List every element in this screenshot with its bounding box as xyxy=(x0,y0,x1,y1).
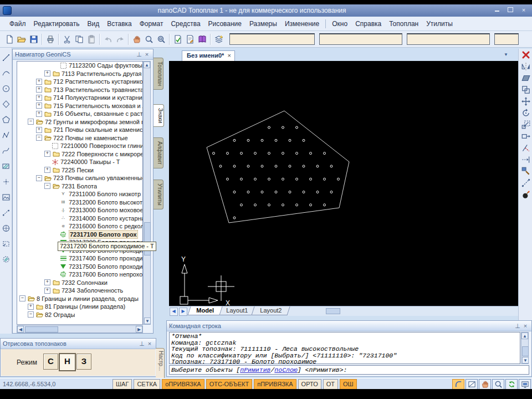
menu-10[interactable]: Окно xyxy=(328,18,351,29)
tree-expander[interactable]: + xyxy=(44,70,50,76)
new-doc-icon[interactable] xyxy=(3,33,16,45)
close-icon[interactable]: × xyxy=(521,323,529,329)
menu-8[interactable]: Размеры xyxy=(245,18,281,29)
menu-5[interactable]: Формат xyxy=(136,18,167,29)
spline-icon[interactable] xyxy=(1,145,11,156)
toggle-пПРИВЯЗКА[interactable]: пПРИВЯЗКА xyxy=(254,379,296,390)
toggle-оПРИВЯЗКА[interactable]: оПРИВЯЗКА xyxy=(162,379,204,390)
tree-item[interactable]: Υ72311000 Болото низкотр xyxy=(17,190,142,198)
copy-icon[interactable] xyxy=(73,33,85,45)
tree-item[interactable]: +716 Объекты, связанные с расти xyxy=(17,110,142,118)
tree-expander[interactable]: + xyxy=(28,304,34,310)
tree-expander[interactable]: − xyxy=(19,295,25,301)
toggle-ШАГ[interactable]: ШАГ xyxy=(112,379,132,390)
tree-vertical-scrollbar[interactable]: ▲ ▼ xyxy=(143,61,151,325)
layout-tab-layout2[interactable]: Layout2 xyxy=(251,306,290,315)
cut-icon[interactable] xyxy=(61,33,73,45)
menu-4[interactable]: Вставка xyxy=(103,18,136,29)
pan-hand-icon[interactable] xyxy=(131,33,143,45)
solid-icon[interactable] xyxy=(520,73,532,84)
tree-item[interactable]: +714 Полукустарники и кустарники xyxy=(17,94,142,102)
layout-tab-layout1[interactable]: Layout1 xyxy=(217,306,256,315)
tree-item[interactable]: +712 Растительность кустарников xyxy=(17,78,142,86)
paste-icon[interactable] xyxy=(85,33,98,45)
close-icon[interactable]: × xyxy=(146,340,154,347)
close-button[interactable]: × xyxy=(519,7,529,14)
point-icon[interactable] xyxy=(1,176,11,187)
image-icon[interactable] xyxy=(1,191,11,203)
tree-item[interactable]: 72317600 Болото непрохо xyxy=(17,270,142,279)
tree-expander[interactable]: + xyxy=(36,103,42,109)
tree-expander[interactable]: + xyxy=(36,79,42,85)
toggle-ОТ[interactable]: ОТ xyxy=(323,379,338,390)
tree-item[interactable]: +7234 Заболоченность xyxy=(17,287,142,295)
trim-icon[interactable] xyxy=(520,142,532,154)
tree-expander[interactable]: + xyxy=(44,279,50,285)
side-tab-топоплан[interactable]: Топоплан xyxy=(154,58,163,90)
circle-icon[interactable] xyxy=(1,83,11,94)
refresh-icon[interactable] xyxy=(505,379,518,390)
toggle-ОРТО[interactable]: ОРТО xyxy=(298,379,321,390)
mode-button-З[interactable]: З xyxy=(76,354,91,370)
tab-close-icon[interactable]: × xyxy=(227,52,231,59)
pentagon-icon[interactable] xyxy=(1,114,11,125)
tree-item[interactable]: 71123200 Сады фруктовые xyxy=(17,62,142,70)
extend-icon[interactable] xyxy=(520,154,532,165)
rot-rect-icon[interactable] xyxy=(1,98,11,110)
toolbar-combo-2[interactable] xyxy=(319,33,402,45)
pin-icon[interactable]: ⊥ xyxy=(514,323,521,330)
clip-rect-icon[interactable] xyxy=(1,238,11,249)
close-icon[interactable]: × xyxy=(143,51,151,58)
menu-1[interactable]: Файл xyxy=(6,18,30,29)
layout-tab-model[interactable]: Model xyxy=(187,306,222,315)
tree-expander[interactable]: + xyxy=(44,167,50,173)
doc-edit-icon[interactable] xyxy=(184,33,196,45)
tree-item[interactable]: +7232 Солончаки xyxy=(17,279,142,287)
tree-expander[interactable]: + xyxy=(44,151,50,157)
zoom-window-icon[interactable] xyxy=(155,33,167,45)
blob-hatch-icon[interactable] xyxy=(1,253,11,265)
toolbar-combo-4[interactable] xyxy=(494,33,519,45)
polyline-icon[interactable] xyxy=(1,129,11,141)
tree-item[interactable]: .|.72313000 Болото моховое xyxy=(17,206,142,214)
tree-expander[interactable]: + xyxy=(36,95,42,101)
menu-6[interactable]: Средства xyxy=(167,18,204,29)
side-tab-утилиты[interactable]: Утилиты xyxy=(154,180,163,209)
minimize-button[interactable] xyxy=(492,7,502,14)
redo-icon[interactable] xyxy=(114,33,126,45)
move-icon[interactable] xyxy=(520,96,532,107)
command-scrollbar[interactable]: ▲ ▼ xyxy=(521,332,529,364)
menu-12[interactable]: Топоплан xyxy=(385,18,422,29)
tree-expander[interactable]: − xyxy=(28,119,34,125)
tree-item[interactable]: +7225 Пески xyxy=(17,166,142,175)
tab-list-dropdown-icon[interactable]: ▼ xyxy=(504,52,508,57)
tree-horizontal-scrollbar[interactable]: ◀ ▶ xyxy=(17,325,143,333)
scale-icon[interactable] xyxy=(520,119,532,130)
monitor-icon[interactable] xyxy=(519,379,531,390)
tree-item[interactable]: +81 Границы (линии раздела) xyxy=(17,303,142,311)
document-tab[interactable]: Без имени0*× xyxy=(182,50,235,61)
drawing-canvas[interactable]: YX xyxy=(169,61,518,306)
tree-item[interactable]: +7113 Растительность другая xyxy=(17,70,142,78)
help-book-icon[interactable] xyxy=(196,33,208,45)
tree-item[interactable]: 72317500 Болото проходи xyxy=(17,263,142,271)
erase-icon[interactable] xyxy=(520,49,532,60)
bylayer-link[interactable]: поСлою xyxy=(274,366,297,374)
save-icon[interactable] xyxy=(28,33,40,45)
match-props-icon[interactable] xyxy=(520,166,532,177)
rotate-icon[interactable] xyxy=(520,108,532,119)
circle-cross-icon[interactable] xyxy=(1,222,11,234)
menu-2[interactable]: Редактировать xyxy=(30,18,84,29)
explode-icon[interactable] xyxy=(520,189,532,200)
tree-expander[interactable]: + xyxy=(44,288,50,294)
menu-13[interactable]: Утилиты xyxy=(422,18,457,29)
tree-item[interactable]: 72317100 Болото прох xyxy=(17,231,142,239)
open-folder-icon[interactable] xyxy=(16,33,28,45)
mode-button-С[interactable]: С xyxy=(43,354,58,370)
tree-item[interactable]: 72210000 Поверхности глинис xyxy=(17,142,142,150)
side-tab-алфавит[interactable]: Алфавит xyxy=(154,137,163,168)
tabs-scroll-left[interactable]: ◀ xyxy=(170,308,178,316)
zoom-icon[interactable] xyxy=(143,33,155,45)
zoom-icon[interactable] xyxy=(492,379,504,390)
swamp-boundary-polygon[interactable] xyxy=(207,111,349,223)
